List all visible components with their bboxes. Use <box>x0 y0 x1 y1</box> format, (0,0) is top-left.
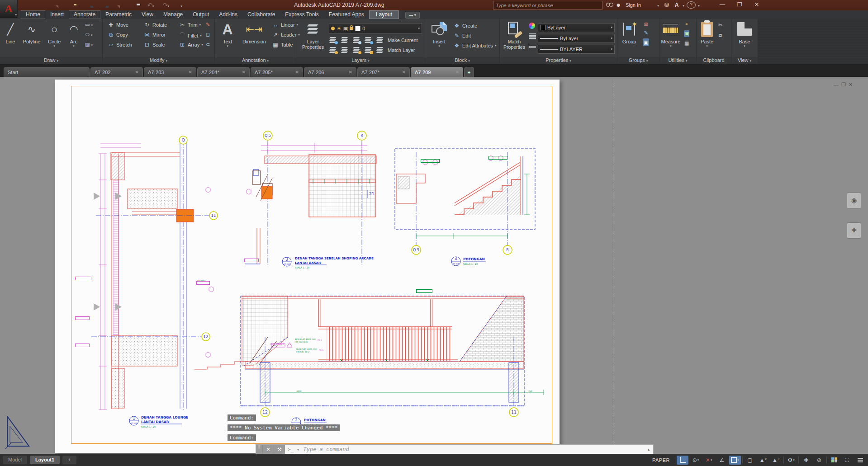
ellipse-tool-icon[interactable]: ⬭ ▾ <box>85 32 93 38</box>
layer-dropdown[interactable]: ☀ ▣ 0 ▾ <box>329 23 422 34</box>
help-search-input[interactable] <box>493 3 602 8</box>
cut-icon[interactable]: ✂ <box>718 22 722 28</box>
tab-featured-apps[interactable]: Featured Apps <box>324 10 369 19</box>
panel-label-properties[interactable]: Properties ▾ <box>500 57 617 64</box>
layer-lock-icon[interactable] <box>364 37 372 43</box>
hatch-tool-icon[interactable]: ▨ ▾ <box>85 42 93 47</box>
block-edit-button[interactable]: ✎Edit <box>453 33 471 39</box>
search-icon[interactable] <box>605 1 614 9</box>
table-button[interactable]: ▦Table <box>272 42 293 48</box>
explode-icon[interactable]: ◻ <box>206 32 210 38</box>
copy-clip-icon[interactable]: ⧉ <box>718 33 722 38</box>
command-close-icon[interactable]: ✕ <box>262 445 274 454</box>
stretch-button[interactable]: ▱Stretch <box>107 42 132 48</box>
selection-cycling-toggle[interactable]: ▢ <box>744 456 756 465</box>
array-button[interactable]: ⊞Array ▾ <box>179 42 203 48</box>
workspace-switching-button[interactable]: ✚ <box>800 456 812 465</box>
close-icon[interactable]: ✕ <box>402 70 406 75</box>
tab-view[interactable]: View <box>137 10 158 19</box>
edit-attributes-button[interactable]: ❖Edit Attributes ▾ <box>453 42 496 49</box>
make-current-button[interactable]: Make Current <box>388 38 418 43</box>
polar-tracking-toggle[interactable]: ⊙▾ <box>690 456 702 465</box>
tab-add-ins[interactable]: Add-ins <box>214 10 242 19</box>
close-icon[interactable]: ✕ <box>189 70 192 75</box>
tab-express-tools[interactable]: Express Tools <box>280 10 323 19</box>
file-tab-a7-203[interactable]: A7-203✕ <box>144 67 196 77</box>
graphics-performance-button[interactable] <box>828 456 840 465</box>
steering-wheel-button[interactable]: ◉ <box>847 193 861 209</box>
tab-home[interactable]: Home <box>21 10 45 19</box>
help-icon[interactable]: ? <box>687 1 696 9</box>
layer-freeze-icon[interactable] <box>352 37 360 43</box>
close-icon[interactable]: ✕ <box>349 70 352 75</box>
command-history-toggle[interactable]: ▴ <box>644 447 653 452</box>
close-icon[interactable]: ✕ <box>455 70 459 75</box>
panel-label-clipboard[interactable]: Clipboard <box>697 57 731 64</box>
app-store-cart-icon[interactable]: ⛁ <box>662 1 671 9</box>
command-bar-grip[interactable]: ⣿ <box>256 445 262 454</box>
layout1-tab[interactable]: Layout1 <box>30 456 60 464</box>
close-button[interactable]: ✕ <box>751 0 762 9</box>
annotation-visibility-toggle[interactable]: ▲° <box>757 456 769 465</box>
linetype-dropdown[interactable]: BYLAYER▾ <box>538 45 615 54</box>
drawing-canvas[interactable]: Q 11 12 1 A7-209 DENAH TANGGA LOUNGE LAN… <box>0 77 868 454</box>
measure-button[interactable]: Measure▾ <box>660 20 681 48</box>
arc-button[interactable]: ◠ Arc▾ <box>66 20 81 48</box>
file-tab-a7-206[interactable]: A7-206✕ <box>304 67 356 77</box>
linear-button[interactable]: ↔Linear ▾ <box>272 22 298 28</box>
file-tab-a7-205[interactable]: A7-205*✕ <box>251 67 303 77</box>
panel-label-layers[interactable]: Layers ▾ <box>296 57 425 64</box>
trim-button[interactable]: ✂Trim ▾ <box>179 22 201 28</box>
close-icon[interactable]: ✕ <box>295 70 299 75</box>
match-properties-button[interactable]: Match Properties <box>502 20 527 50</box>
insert-button[interactable]: Insert▾ <box>429 20 450 48</box>
polyline-button[interactable]: ∿ Polyline <box>20 20 43 44</box>
leader-button[interactable]: ↗Leader ▾ <box>272 32 300 38</box>
tab-manage[interactable]: Manage <box>158 10 188 19</box>
panel-label-annotation[interactable]: Annotation ▾ <box>215 57 296 64</box>
annotation-scale-button[interactable]: ⚙▾ <box>785 456 797 465</box>
panel-label-draw[interactable]: Draw ▾ <box>0 57 102 64</box>
file-tab-start[interactable]: Start <box>4 67 90 77</box>
group-button[interactable]: ✶ Group <box>619 20 639 44</box>
layer-properties-button[interactable]: Layer Properties <box>300 20 326 50</box>
layer-thaw-icon[interactable] <box>352 47 360 53</box>
drawing-close-button[interactable]: ✕ <box>849 82 853 88</box>
layer-on2-icon[interactable] <box>329 47 337 53</box>
command-line-bar[interactable]: ⣿ ✕ ⚒ ≻_ ▾ ▴ <box>256 444 654 454</box>
paste-button[interactable]: Paste▾ <box>698 20 716 48</box>
customization-menu-button[interactable] <box>854 456 866 465</box>
group-edit-icon[interactable]: ✎ <box>643 30 649 36</box>
help-search-box[interactable] <box>493 1 602 9</box>
quick-select-icon[interactable]: ▣ <box>684 30 689 37</box>
sign-in-caret[interactable]: ▾ <box>656 1 660 9</box>
redo-button[interactable]: ↷▾ <box>162 2 170 9</box>
application-menu-button[interactable]: A▾ <box>0 0 18 18</box>
ribbon-display-toggle[interactable]: ▬ ▾ <box>405 12 420 19</box>
ungroup-icon[interactable]: ⊠ <box>643 21 649 27</box>
drawing-restore-button[interactable]: ❐ <box>841 82 846 88</box>
circle-button[interactable]: ○ Circle▾ <box>44 20 64 48</box>
tab-layout[interactable]: Layout <box>369 10 399 19</box>
close-icon[interactable]: ✕ <box>242 70 246 75</box>
rotate-button[interactable]: ↻Rotate <box>143 22 167 28</box>
panel-label-block[interactable]: Block ▾ <box>425 57 499 64</box>
ortho-mode-toggle[interactable]: ∠ <box>716 456 728 465</box>
qat-customize-button[interactable]: ▾ <box>177 2 185 9</box>
base-button[interactable]: Base▾ <box>735 20 754 48</box>
dimension-button[interactable]: ⇤⇥ Dimension <box>238 20 270 44</box>
tab-insert[interactable]: Insert <box>45 10 69 19</box>
object-snap-toggle[interactable]: ▾ <box>729 456 741 465</box>
text-button[interactable]: A Text▾ <box>218 20 237 48</box>
layer-off-icon[interactable] <box>329 37 337 43</box>
erase-icon[interactable]: ✎ <box>206 22 210 28</box>
file-tab-a7-204[interactable]: A7-204*✕ <box>197 67 250 77</box>
tab-output[interactable]: Output <box>188 10 214 19</box>
offset-icon[interactable]: ⊂ <box>206 42 210 47</box>
paper-space-label[interactable]: PAPER <box>649 457 674 463</box>
layer-isolate-icon[interactable] <box>341 37 349 43</box>
app-caret[interactable]: ▾ <box>681 1 686 9</box>
match-layer-button[interactable]: Match Layer <box>388 47 415 53</box>
autoscale-toggle[interactable]: ▲⁺ <box>770 456 782 465</box>
snap-mode-toggle[interactable] <box>677 456 688 465</box>
